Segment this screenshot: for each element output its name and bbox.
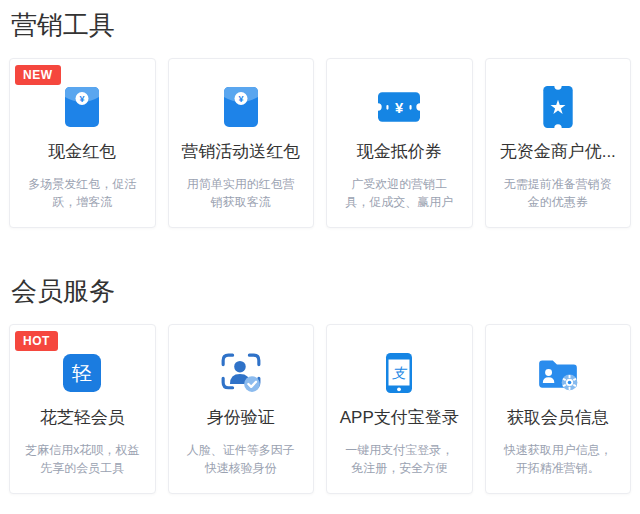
red-packet-icon: ¥ [10,87,155,127]
card-qing-member[interactable]: HOT 轻 花芝轻会员 芝麻信用x花呗，权益先享的会员工具 [9,324,156,494]
card-description: 用简单实用的红包营销获取客流 [169,175,314,211]
svg-text:¥: ¥ [80,94,85,104]
new-badge: NEW [15,65,61,85]
merchant-coupon-icon [486,87,631,127]
card-member-info[interactable]: 获取会员信息 快速获取用户信息，开拓精准营销。 [485,324,632,494]
svg-text:¥: ¥ [238,94,243,104]
card-title: 营销活动送红包 [169,142,314,162]
card-title: 获取会员信息 [486,408,631,428]
card-description: 无需提前准备营销资金的优惠券 [486,175,631,211]
services-page: 营销工具 NEW ¥ 现金红包 多场景发红包，促活跃，增客流 [0,0,640,494]
identity-verify-icon [169,353,314,393]
member-info-icon [486,353,631,393]
card-title: 身份验证 [169,408,314,428]
card-description: 人脸、证件等多因子快速核验身份 [169,441,314,477]
card-identity-verify[interactable]: 身份验证 人脸、证件等多因子快速核验身份 [168,324,315,494]
card-description: 芝麻信用x花呗，权益先享的会员工具 [10,441,155,477]
card-title: 无资金商户优... [486,142,631,162]
hot-badge: HOT [15,331,58,351]
red-packet-icon: ¥ [169,87,314,127]
card-title: 现金抵价券 [327,142,472,162]
card-cash-coupon[interactable]: ¥ 现金抵价券 广受欢迎的营销工具，促成交、赢用户 [326,58,473,228]
cash-coupon-icon: ¥ [327,87,472,127]
card-cash-red-packet[interactable]: NEW ¥ 现金红包 多场景发红包，促活跃，增客流 [9,58,156,228]
card-campaign-red-packet[interactable]: ¥ 营销活动送红包 用简单实用的红包营销获取客流 [168,58,315,228]
card-title: 现金红包 [10,142,155,162]
svg-text:¥: ¥ [395,100,404,116]
svg-text:轻: 轻 [72,362,92,384]
card-description: 多场景发红包，促活跃，增客流 [10,175,155,211]
member-cards-row: HOT 轻 花芝轻会员 芝麻信用x花呗，权益先享的会员工具 [9,324,631,494]
section-marketing-tools: 营销工具 NEW ¥ 现金红包 多场景发红包，促活跃，增客流 [9,6,631,228]
section-title-marketing: 营销工具 [11,6,631,44]
card-title: 花芝轻会员 [10,408,155,428]
svg-text:支: 支 [392,365,408,381]
section-member-services: 会员服务 HOT 轻 花芝轻会员 芝麻信用x花呗，权益先享的会员工具 [9,272,631,494]
card-description: 快速获取用户信息，开拓精准营销。 [486,441,631,477]
card-alipay-app-login[interactable]: 支 APP支付宝登录 一键用支付宝登录，免注册，安全方便 [326,324,473,494]
section-title-member: 会员服务 [11,272,631,310]
card-merchant-coupon[interactable]: 无资金商户优... 无需提前准备营销资金的优惠券 [485,58,632,228]
qing-member-icon: 轻 [10,353,155,393]
card-description: 广受欢迎的营销工具，促成交、赢用户 [327,175,472,211]
card-title: APP支付宝登录 [327,408,472,428]
alipay-phone-icon: 支 [327,353,472,393]
card-description: 一键用支付宝登录，免注册，安全方便 [327,441,472,477]
marketing-cards-row: NEW ¥ 现金红包 多场景发红包，促活跃，增客流 [9,58,631,228]
